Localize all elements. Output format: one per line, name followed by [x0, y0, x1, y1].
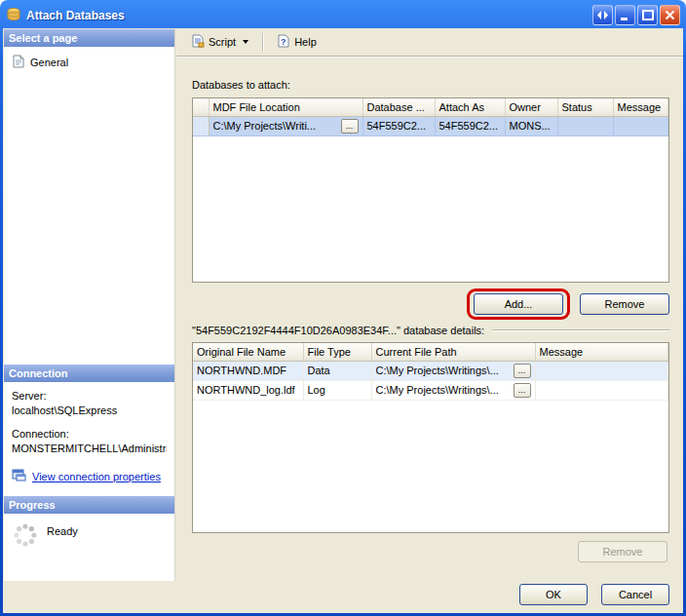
remove-detail-button: Remove [578, 541, 667, 562]
script-button-label: Script [209, 36, 236, 48]
cell-database-name[interactable]: 54F559C2... [362, 116, 435, 135]
cell-current-file-path[interactable]: C:\My Projects\Writings\... ... [371, 361, 535, 380]
cell-message[interactable] [535, 380, 668, 400]
connection-panel: Server: localhost\SQLExpress Connection:… [4, 382, 174, 496]
dialog-footer: OK Cancel [519, 584, 669, 605]
sidebar: Select a page General Connection Server: [4, 29, 175, 581]
column-header-attach-as[interactable]: Attach As [435, 98, 505, 116]
toolbar-separator [262, 33, 263, 51]
main-panel: Script ? Help Databases to attach: [176, 28, 683, 613]
browse-mdf-button[interactable]: ... [341, 119, 359, 134]
details-divider [492, 329, 669, 331]
cancel-button[interactable]: Cancel [601, 584, 669, 605]
window-title: Attach Databases [26, 9, 588, 22]
spinner-icon [12, 521, 39, 551]
database-details-table: Original File Name File Type Current Fil… [192, 342, 669, 533]
close-button[interactable] [660, 5, 680, 25]
database-row[interactable]: C:\My Projects\Writi... ... 54F559C2... … [193, 116, 668, 135]
details-row-mdf[interactable]: NORTHWND.MDF Data C:\My Projects\Writing… [193, 361, 668, 380]
row-header-cell [193, 98, 209, 116]
cell-file-type[interactable]: Data [303, 361, 371, 380]
column-header-file-type[interactable]: File Type [303, 343, 371, 361]
column-header-message[interactable]: Message [613, 98, 668, 116]
server-value: localhost\SQLExpress [12, 404, 167, 416]
cell-original-file-name[interactable]: NORTHWND_log.ldf [193, 380, 303, 400]
column-header-message[interactable]: Message [535, 343, 668, 361]
general-page-icon [12, 55, 25, 70]
ok-button[interactable]: OK [519, 584, 588, 605]
add-button-highlight-annotation: Add... [467, 289, 570, 320]
column-header-original-file-name[interactable]: Original File Name [193, 343, 303, 361]
browse-path-button[interactable]: ... [514, 364, 531, 378]
database-icon [6, 7, 21, 24]
column-header-current-file-path[interactable]: Current File Path [371, 343, 535, 361]
view-connection-properties-link[interactable]: View connection properties [32, 471, 161, 482]
progress-panel: Ready [4, 514, 174, 581]
progress-status: Ready [47, 525, 78, 537]
server-label: Server: [12, 390, 167, 402]
cell-attach-as[interactable]: 54F559C2... [435, 116, 505, 135]
add-button[interactable]: Add... [474, 293, 563, 315]
cell-status[interactable] [557, 116, 613, 135]
cell-mdf-file-location[interactable]: C:\My Projects\Writi... ... [209, 116, 362, 135]
cell-current-file-path[interactable]: C:\My Projects\Writings\... ... [371, 380, 535, 400]
window-controls [592, 5, 680, 25]
script-icon [191, 34, 205, 50]
svg-text:?: ? [281, 37, 286, 47]
column-header-mdf-file-location[interactable]: MDF File Location [209, 98, 362, 116]
connection-value: MONSTERMITCHELL\Administra [12, 443, 167, 454]
remove-database-button[interactable]: Remove [580, 293, 669, 315]
maximize-button[interactable] [637, 5, 658, 25]
attach-databases-dialog: Attach Databases Select a page [0, 0, 686, 616]
details-row-log[interactable]: NORTHWND_log.ldf Log C:\My Projects\Writ… [193, 380, 668, 400]
help-button-label: Help [294, 36, 317, 48]
connection-label: Connection: [12, 428, 167, 440]
column-header-database[interactable]: Database ... [362, 98, 435, 116]
dialog-body: Select a page General Connection Server: [3, 28, 683, 613]
select-a-page-header: Select a page [4, 29, 174, 47]
toolbar: Script ? Help [176, 28, 683, 57]
page-list: General [4, 47, 174, 365]
help-icon: ? [277, 34, 290, 50]
browse-path-button[interactable]: ... [514, 383, 531, 398]
cell-owner[interactable]: MONS... [505, 116, 557, 135]
minimize-button[interactable] [615, 5, 635, 25]
properties-icon [12, 469, 26, 483]
script-dropdown-arrow [243, 40, 248, 44]
cell-original-file-name[interactable]: NORTHWND.MDF [193, 361, 303, 380]
databases-table: MDF File Location Database ... Attach As… [192, 97, 669, 283]
column-header-status[interactable]: Status [557, 98, 613, 116]
cell-message[interactable] [613, 116, 668, 135]
cell-message[interactable] [535, 361, 668, 380]
column-header-owner[interactable]: Owner [505, 98, 557, 116]
details-header-row: Original File Name File Type Current Fil… [193, 343, 668, 361]
script-button[interactable]: Script [184, 30, 255, 54]
help-button[interactable]: ? Help [270, 30, 324, 54]
main-content: Databases to attach: MDF File Location D… [192, 58, 669, 613]
titlebar[interactable]: Attach Databases [0, 0, 686, 28]
databases-to-attach-label: Databases to attach: [192, 79, 669, 91]
connection-header: Connection [4, 365, 174, 382]
navigate-arrows-button[interactable] [592, 5, 613, 25]
database-details-label: "54F559C2192F4444F10D26A0983E34F..." dat… [192, 325, 484, 336]
cell-file-type[interactable]: Log [303, 380, 371, 400]
row-header-cell[interactable] [193, 116, 209, 135]
databases-header-row: MDF File Location Database ... Attach As… [193, 98, 668, 116]
sidebar-item-general[interactable]: General [8, 53, 171, 72]
progress-header: Progress [4, 496, 174, 514]
sidebar-item-label: General [30, 57, 68, 68]
